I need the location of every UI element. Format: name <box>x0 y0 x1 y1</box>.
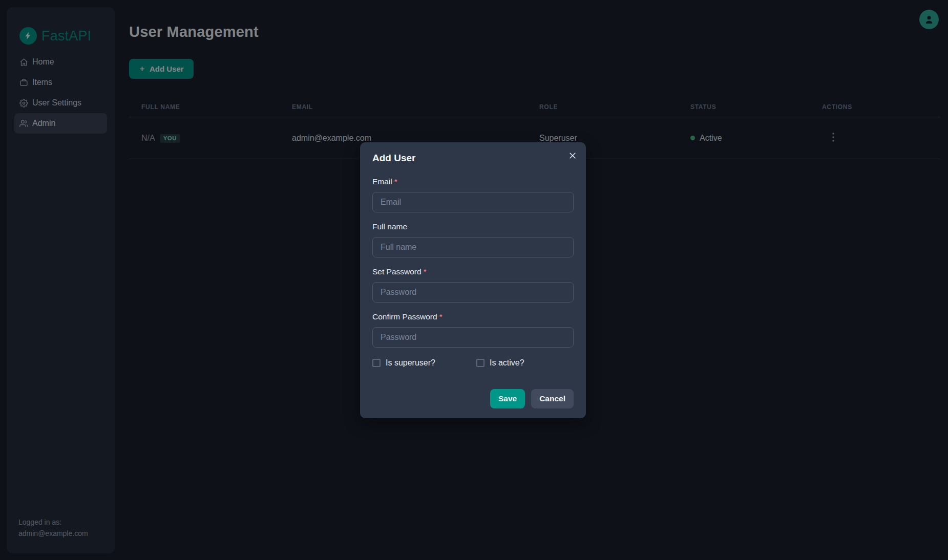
cancel-button[interactable]: Cancel <box>531 389 574 408</box>
required-asterisk: * <box>394 177 397 186</box>
email-label: Email* <box>372 177 574 186</box>
checkbox-icon <box>372 359 381 367</box>
full-name-label: Full name <box>372 222 574 231</box>
full-name-field-group: Full name <box>372 222 574 257</box>
is-superuser-label: Is superuser? <box>386 358 435 368</box>
is-superuser-checkbox[interactable]: Is superuser? <box>372 358 476 368</box>
confirm-password-field-group: Confirm Password* <box>372 312 574 348</box>
checkbox-row: Is superuser? Is active? <box>372 358 574 368</box>
add-user-modal: Add User Email* Full name Set Password* … <box>360 142 586 418</box>
checkbox-icon <box>476 359 484 367</box>
is-active-checkbox[interactable]: Is active? <box>476 358 524 368</box>
close-icon <box>568 152 577 160</box>
required-asterisk: * <box>424 267 427 276</box>
set-password-field-group: Set Password* <box>372 267 574 303</box>
confirm-password-input[interactable] <box>372 327 574 348</box>
set-password-label: Set Password* <box>372 267 574 276</box>
save-button[interactable]: Save <box>490 389 525 408</box>
email-field-group: Email* <box>372 177 574 212</box>
add-user-form: Email* Full name Set Password* Confirm P… <box>372 177 574 408</box>
set-password-input[interactable] <box>372 282 574 303</box>
is-active-label: Is active? <box>490 358 524 368</box>
modal-footer: Save Cancel <box>372 389 574 408</box>
required-asterisk: * <box>439 312 443 321</box>
confirm-password-label: Confirm Password* <box>372 312 574 321</box>
modal-close-button[interactable] <box>564 147 581 164</box>
modal-title: Add User <box>372 152 574 164</box>
full-name-input[interactable] <box>372 237 574 257</box>
email-input[interactable] <box>372 192 574 212</box>
